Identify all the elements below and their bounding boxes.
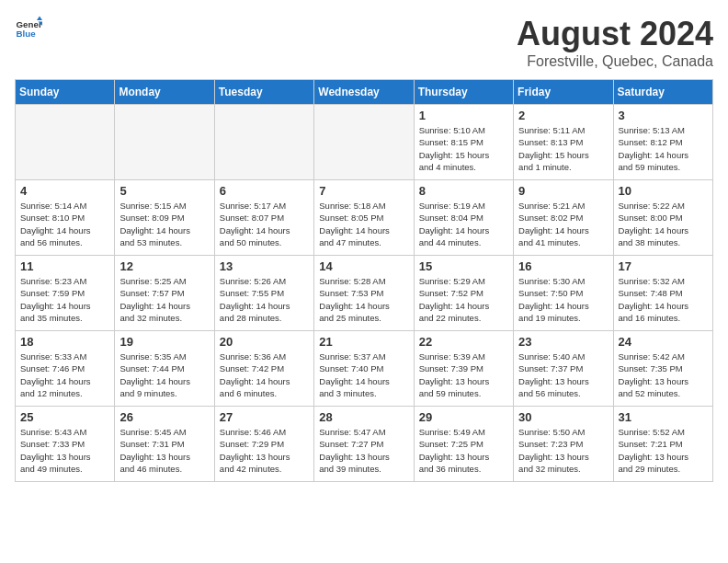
calendar-cell: 13Sunrise: 5:26 AM Sunset: 7:55 PM Dayli… <box>214 256 313 331</box>
day-info: Sunrise: 5:25 AM Sunset: 7:57 PM Dayligh… <box>119 275 209 324</box>
day-info: Sunrise: 5:13 AM Sunset: 8:12 PM Dayligh… <box>619 124 708 173</box>
week-row-5: 25Sunrise: 5:43 AM Sunset: 7:33 PM Dayli… <box>16 407 713 482</box>
calendar-cell: 24Sunrise: 5:42 AM Sunset: 7:35 PM Dayli… <box>613 331 712 407</box>
day-info: Sunrise: 5:19 AM Sunset: 8:04 PM Dayligh… <box>419 200 508 248</box>
day-number: 3 <box>619 109 708 122</box>
calendar-cell: 9Sunrise: 5:21 AM Sunset: 8:02 PM Daylig… <box>514 180 613 256</box>
day-number: 4 <box>20 184 109 198</box>
day-number: 26 <box>119 410 209 424</box>
day-number: 12 <box>119 259 209 273</box>
day-info: Sunrise: 5:15 AM Sunset: 8:09 PM Dayligh… <box>119 200 209 248</box>
week-row-3: 11Sunrise: 5:23 AM Sunset: 7:59 PM Dayli… <box>16 256 713 331</box>
calendar-cell: 8Sunrise: 5:19 AM Sunset: 8:04 PM Daylig… <box>414 180 513 256</box>
day-number: 6 <box>220 184 309 198</box>
calendar-cell: 18Sunrise: 5:33 AM Sunset: 7:46 PM Dayli… <box>16 331 115 407</box>
day-info: Sunrise: 5:42 AM Sunset: 7:35 PM Dayligh… <box>619 350 708 399</box>
calendar-cell: 4Sunrise: 5:14 AM Sunset: 8:10 PM Daylig… <box>16 180 115 256</box>
day-number: 30 <box>518 410 608 424</box>
day-info: Sunrise: 5:37 AM Sunset: 7:40 PM Dayligh… <box>319 350 408 399</box>
day-number: 19 <box>119 335 209 349</box>
day-number: 21 <box>319 335 408 349</box>
day-info: Sunrise: 5:43 AM Sunset: 7:33 PM Dayligh… <box>20 426 109 475</box>
day-info: Sunrise: 5:29 AM Sunset: 7:52 PM Dayligh… <box>419 275 508 324</box>
week-row-1: 1Sunrise: 5:10 AM Sunset: 8:15 PM Daylig… <box>16 105 713 180</box>
day-info: Sunrise: 5:45 AM Sunset: 7:31 PM Dayligh… <box>119 426 209 475</box>
weekday-header-row: SundayMondayTuesdayWednesdayThursdayFrid… <box>16 80 713 105</box>
day-info: Sunrise: 5:46 AM Sunset: 7:29 PM Dayligh… <box>220 426 309 475</box>
calendar-cell: 20Sunrise: 5:36 AM Sunset: 7:42 PM Dayli… <box>214 331 313 407</box>
day-number: 16 <box>518 259 608 273</box>
calendar-cell <box>115 105 214 180</box>
weekday-header-sunday: Sunday <box>16 80 115 105</box>
weekday-header-thursday: Thursday <box>414 80 513 105</box>
calendar-table: SundayMondayTuesdayWednesdayThursdayFrid… <box>15 79 713 482</box>
day-info: Sunrise: 5:11 AM Sunset: 8:13 PM Dayligh… <box>518 124 608 173</box>
svg-marker-2 <box>37 17 42 21</box>
calendar-cell: 14Sunrise: 5:28 AM Sunset: 7:53 PM Dayli… <box>314 256 414 331</box>
weekday-header-tuesday: Tuesday <box>214 80 313 105</box>
day-number: 11 <box>20 259 109 273</box>
day-number: 29 <box>419 410 508 424</box>
calendar-cell: 27Sunrise: 5:46 AM Sunset: 7:29 PM Dayli… <box>214 407 313 482</box>
calendar-cell: 15Sunrise: 5:29 AM Sunset: 7:52 PM Dayli… <box>414 256 513 331</box>
day-number: 17 <box>619 259 708 273</box>
calendar-cell: 1Sunrise: 5:10 AM Sunset: 8:15 PM Daylig… <box>414 105 513 180</box>
day-number: 28 <box>319 410 408 424</box>
day-info: Sunrise: 5:36 AM Sunset: 7:42 PM Dayligh… <box>220 350 309 399</box>
day-number: 27 <box>220 410 309 424</box>
day-number: 2 <box>518 109 608 122</box>
logo-icon: General Blue <box>15 15 42 42</box>
day-info: Sunrise: 5:14 AM Sunset: 8:10 PM Dayligh… <box>20 200 109 248</box>
day-info: Sunrise: 5:22 AM Sunset: 8:00 PM Dayligh… <box>619 200 708 248</box>
day-number: 20 <box>220 335 309 349</box>
calendar-cell: 26Sunrise: 5:45 AM Sunset: 7:31 PM Dayli… <box>115 407 214 482</box>
day-info: Sunrise: 5:30 AM Sunset: 7:50 PM Dayligh… <box>518 275 608 324</box>
day-info: Sunrise: 5:35 AM Sunset: 7:44 PM Dayligh… <box>119 350 209 399</box>
weekday-header-saturday: Saturday <box>613 80 712 105</box>
title-area: August 2024 Forestville, Quebec, Canada <box>517 15 713 70</box>
calendar-cell: 11Sunrise: 5:23 AM Sunset: 7:59 PM Dayli… <box>16 256 115 331</box>
day-number: 15 <box>419 259 508 273</box>
calendar-cell <box>314 105 414 180</box>
day-info: Sunrise: 5:18 AM Sunset: 8:05 PM Dayligh… <box>319 200 408 248</box>
day-info: Sunrise: 5:26 AM Sunset: 7:55 PM Dayligh… <box>220 275 309 324</box>
calendar-cell: 31Sunrise: 5:52 AM Sunset: 7:21 PM Dayli… <box>613 407 712 482</box>
day-number: 8 <box>419 184 508 198</box>
day-number: 1 <box>419 109 508 122</box>
day-info: Sunrise: 5:52 AM Sunset: 7:21 PM Dayligh… <box>619 426 708 475</box>
calendar-cell: 22Sunrise: 5:39 AM Sunset: 7:39 PM Dayli… <box>414 331 513 407</box>
day-number: 24 <box>619 335 708 349</box>
day-info: Sunrise: 5:17 AM Sunset: 8:07 PM Dayligh… <box>220 200 309 248</box>
day-number: 5 <box>119 184 209 198</box>
day-info: Sunrise: 5:50 AM Sunset: 7:23 PM Dayligh… <box>518 426 608 475</box>
calendar-cell: 17Sunrise: 5:32 AM Sunset: 7:48 PM Dayli… <box>613 256 712 331</box>
day-number: 25 <box>20 410 109 424</box>
svg-text:Blue: Blue <box>17 29 37 39</box>
day-info: Sunrise: 5:49 AM Sunset: 7:25 PM Dayligh… <box>419 426 508 475</box>
calendar-cell: 21Sunrise: 5:37 AM Sunset: 7:40 PM Dayli… <box>314 331 414 407</box>
day-info: Sunrise: 5:39 AM Sunset: 7:39 PM Dayligh… <box>419 350 508 399</box>
day-info: Sunrise: 5:47 AM Sunset: 7:27 PM Dayligh… <box>319 426 408 475</box>
day-info: Sunrise: 5:23 AM Sunset: 7:59 PM Dayligh… <box>20 275 109 324</box>
day-info: Sunrise: 5:33 AM Sunset: 7:46 PM Dayligh… <box>20 350 109 399</box>
calendar-cell <box>214 105 313 180</box>
calendar-cell: 25Sunrise: 5:43 AM Sunset: 7:33 PM Dayli… <box>16 407 115 482</box>
calendar-cell: 12Sunrise: 5:25 AM Sunset: 7:57 PM Dayli… <box>115 256 214 331</box>
calendar-cell: 3Sunrise: 5:13 AM Sunset: 8:12 PM Daylig… <box>613 105 712 180</box>
day-info: Sunrise: 5:32 AM Sunset: 7:48 PM Dayligh… <box>619 275 708 324</box>
svg-text:General: General <box>17 19 43 29</box>
day-info: Sunrise: 5:21 AM Sunset: 8:02 PM Dayligh… <box>518 200 608 248</box>
week-row-4: 18Sunrise: 5:33 AM Sunset: 7:46 PM Dayli… <box>16 331 713 407</box>
day-number: 18 <box>20 335 109 349</box>
logo: General Blue <box>15 15 42 42</box>
weekday-header-wednesday: Wednesday <box>314 80 414 105</box>
calendar-cell: 30Sunrise: 5:50 AM Sunset: 7:23 PM Dayli… <box>514 407 613 482</box>
day-info: Sunrise: 5:28 AM Sunset: 7:53 PM Dayligh… <box>319 275 408 324</box>
calendar-cell: 23Sunrise: 5:40 AM Sunset: 7:37 PM Dayli… <box>514 331 613 407</box>
week-row-2: 4Sunrise: 5:14 AM Sunset: 8:10 PM Daylig… <box>16 180 713 256</box>
calendar-cell: 29Sunrise: 5:49 AM Sunset: 7:25 PM Dayli… <box>414 407 513 482</box>
calendar-cell <box>16 105 115 180</box>
day-number: 14 <box>319 259 408 273</box>
day-number: 10 <box>619 184 708 198</box>
calendar-cell: 10Sunrise: 5:22 AM Sunset: 8:00 PM Dayli… <box>613 180 712 256</box>
